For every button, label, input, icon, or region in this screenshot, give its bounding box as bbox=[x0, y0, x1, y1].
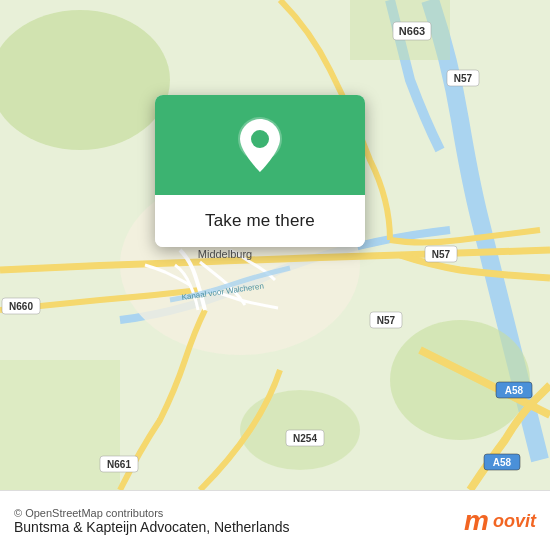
bottom-left-section: © OpenStreetMap contributors Buntsma & K… bbox=[14, 507, 290, 535]
location-pin-icon bbox=[235, 117, 285, 177]
svg-text:N254: N254 bbox=[293, 433, 317, 444]
moovit-logo: moovit bbox=[464, 507, 536, 535]
svg-text:A58: A58 bbox=[493, 457, 512, 468]
svg-point-2 bbox=[390, 320, 530, 440]
svg-text:N663: N663 bbox=[399, 25, 425, 37]
moovit-m-letter: m bbox=[464, 507, 489, 535]
take-me-there-button[interactable]: Take me there bbox=[155, 195, 365, 247]
svg-text:N57: N57 bbox=[377, 315, 396, 326]
map-container[interactable]: N663 N57 N57 N57 N660 N661 N254 A58 A58 … bbox=[0, 0, 550, 490]
map-attribution: © OpenStreetMap contributors bbox=[14, 507, 290, 519]
bottom-bar: © OpenStreetMap contributors Buntsma & K… bbox=[0, 490, 550, 550]
place-name: Buntsma & Kapteijn Advocaten, Netherland… bbox=[14, 519, 290, 535]
svg-text:N661: N661 bbox=[107, 459, 131, 470]
svg-text:A58: A58 bbox=[505, 385, 524, 396]
svg-text:N57: N57 bbox=[454, 73, 473, 84]
popup-header bbox=[155, 95, 365, 195]
popup-card: Take me there bbox=[155, 95, 365, 247]
svg-text:N660: N660 bbox=[9, 301, 33, 312]
svg-text:N57: N57 bbox=[432, 249, 451, 260]
svg-text:Middelburg: Middelburg bbox=[198, 248, 252, 260]
moovit-wordmark: oovit bbox=[493, 512, 536, 530]
svg-point-28 bbox=[251, 130, 269, 148]
